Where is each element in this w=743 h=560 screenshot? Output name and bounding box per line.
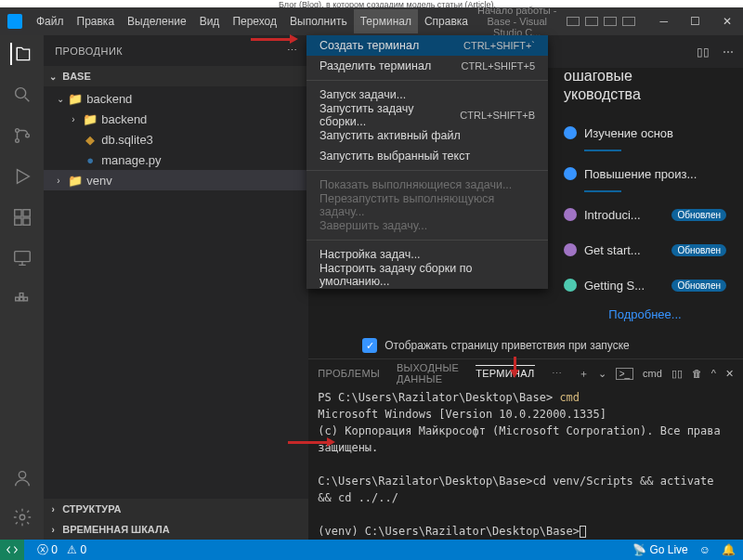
panel-tab-ТЕРМИНАЛ[interactable]: ТЕРМИНАЛ [476, 365, 534, 379]
annotation-arrow [251, 38, 295, 41]
minimize-icon[interactable]: ─ [648, 15, 679, 28]
status-bar: ⓧ 0 ⚠ 0 📡 Go Live ☺ 🔔 [0, 540, 743, 560]
split-icon-dropdown[interactable]: ⌄ [598, 368, 606, 380]
annotation-arrow [288, 441, 332, 444]
svg-point-14 [20, 514, 25, 520]
remote-icon[interactable] [11, 247, 33, 269]
svg-rect-12 [20, 293, 23, 297]
errors-count[interactable]: ⓧ 0 [37, 542, 58, 558]
svg-point-1 [15, 129, 19, 133]
menu-выполнить[interactable]: Выполнить [283, 9, 354, 33]
warnings-count[interactable]: ⚠ 0 [67, 543, 86, 556]
menu-терминал[interactable]: Терминал [354, 9, 418, 33]
menu-item: Завершить задачу... [306, 215, 548, 236]
menu-файл[interactable]: Файл [30, 9, 71, 33]
menu-правка[interactable]: Правка [71, 9, 122, 33]
account-icon[interactable] [11, 467, 33, 489]
close-icon[interactable]: ✕ [711, 15, 743, 28]
activity-bar [0, 35, 44, 540]
split-editor-icon[interactable]: ▯▯ [697, 46, 710, 59]
terminal-menu-dropdown: Создать терминалCTRL+SHIFT+`Разделить те… [306, 35, 548, 289]
menu-item: Перезапустить выполняющуюся задачу... [306, 195, 548, 215]
show-welcome-checkbox[interactable]: ✓ Отображать страницу приветствия при за… [362, 338, 629, 353]
annotation-arrow [514, 357, 516, 375]
walkthrough-item[interactable]: Getting S...Обновлен [564, 272, 726, 298]
walkthrough-item[interactable]: Introduci...Обновлен [564, 202, 726, 228]
svg-rect-9 [15, 297, 19, 301]
walkthrough-item[interactable]: Повышение произ... [564, 161, 726, 187]
terminal-profile-icon[interactable]: >_ [616, 368, 633, 380]
close-panel-icon[interactable]: ✕ [725, 368, 734, 380]
svg-point-0 [15, 88, 25, 98]
svg-rect-7 [23, 218, 30, 225]
settings-icon[interactable] [11, 506, 33, 528]
split-terminal-icon[interactable]: ▯▯ [671, 368, 683, 380]
tree-item-venv[interactable]: ›📁venv [44, 170, 308, 190]
sidebar-more-icon[interactable]: ⋯ [287, 45, 298, 57]
feedback-icon[interactable]: ☺ [699, 543, 710, 556]
terminal-output[interactable]: PS C:\Users\Razilator\Desktop\Base> cmdM… [308, 387, 743, 540]
layout-controls[interactable] [559, 17, 643, 26]
svg-rect-8 [14, 252, 30, 262]
check-icon: ✓ [362, 338, 377, 353]
go-live-button[interactable]: 📡 Go Live [632, 543, 688, 556]
sidebar-section-СТРУКТУРА[interactable]: ›СТРУКТУРА [44, 499, 308, 519]
run-debug-icon[interactable] [11, 165, 33, 188]
menu-справка[interactable]: Справка [418, 9, 475, 33]
more-icon[interactable]: ⋯ [723, 46, 734, 59]
docker-icon[interactable] [11, 288, 33, 310]
menu-выделение[interactable]: Выделение [121, 9, 193, 33]
trash-icon[interactable]: 🗑 [692, 368, 702, 379]
walkthrough-title: ошаговые [564, 68, 726, 85]
show-welcome-label: Отображать страницу приветствия при запу… [385, 339, 629, 352]
walkthrough-title: уководства [564, 86, 726, 103]
panel-tab-ПРОБЛЕМЫ[interactable]: ПРОБЛЕМЫ [318, 368, 380, 379]
menu-item[interactable]: Настроить задачу сборки по умолчанию... [306, 265, 548, 285]
svg-rect-4 [14, 210, 20, 216]
sidebar: ПРОВОДНИК ⋯ ⌄BASE ⌄📁backend›📁backend◆db.… [44, 35, 308, 540]
menu-item[interactable]: Разделить терминалCTRL+SHIFT+5 [306, 56, 548, 76]
sidebar-section-ВРЕМЕННАЯ ШКАЛА[interactable]: ›ВРЕМЕННАЯ ШКАЛА [44, 519, 308, 540]
extensions-icon[interactable] [11, 206, 33, 228]
menubar: ФайлПравкаВыделениеВидПереходВыполнитьТе… [30, 9, 475, 33]
menu-item[interactable]: Запустить задачу сборки...CTRL+SHIFT+B [306, 105, 548, 125]
svg-rect-11 [23, 297, 27, 301]
bottom-panel: ПРОБЛЕМЫВЫХОДНЫЕ ДАННЫЕТЕРМИНАЛ⋯ ＋ ⌄ >_ … [308, 358, 743, 540]
remote-indicator[interactable] [0, 540, 24, 560]
svg-point-3 [25, 134, 29, 137]
terminal-profile-label[interactable]: cmd [643, 368, 662, 379]
tree-item-backend[interactable]: ›📁backend [44, 109, 308, 129]
panel-tabs-more-icon[interactable]: ⋯ [552, 368, 562, 380]
new-terminal-icon[interactable]: ＋ [579, 367, 589, 381]
vscode-icon [7, 14, 22, 29]
maximize-panel-icon[interactable]: ^ [711, 368, 716, 379]
menu-item[interactable]: Запустить активный файл [306, 125, 548, 146]
workspace-root[interactable]: ⌄BASE [44, 66, 308, 86]
panel-tab-ВЫХОДНЫЕ ДАННЫЕ[interactable]: ВЫХОДНЫЕ ДАННЫЕ [397, 362, 459, 384]
svg-rect-10 [20, 297, 23, 301]
svg-rect-5 [23, 210, 30, 216]
external-text-strip: Блог (Blog), в котором создадим модель с… [0, 0, 743, 7]
tree-item-db.sqlite3[interactable]: ◆db.sqlite3 [44, 129, 308, 150]
menu-вид[interactable]: Вид [193, 9, 227, 33]
svg-point-2 [15, 139, 19, 143]
menu-item[interactable]: Запустить выбранный текст [306, 146, 548, 166]
titlebar: ФайлПравкаВыделениеВидПереходВыполнитьТе… [0, 7, 743, 35]
svg-rect-6 [14, 218, 20, 225]
search-icon[interactable] [11, 84, 33, 106]
explorer-icon[interactable] [10, 43, 33, 65]
menu-переход[interactable]: Переход [226, 9, 283, 33]
tree-item-backend[interactable]: ⌄📁backend [44, 88, 308, 109]
notifications-icon[interactable]: 🔔 [722, 543, 736, 556]
walkthrough-more-link[interactable]: Подробнее... [564, 307, 726, 321]
window-title: Начало работы - Base - Visual Studio C..… [475, 5, 559, 38]
walkthrough-item[interactable]: Изучение основ [564, 120, 726, 146]
source-control-icon[interactable] [11, 124, 33, 147]
svg-point-13 [19, 472, 25, 478]
menu-item[interactable]: Создать терминалCTRL+SHIFT+` [306, 35, 548, 56]
walkthrough-item[interactable]: Get start...Обновлен [564, 237, 726, 263]
tree-item-manage.py[interactable]: ●manage.py [44, 150, 308, 170]
maximize-icon[interactable]: ☐ [679, 15, 711, 28]
